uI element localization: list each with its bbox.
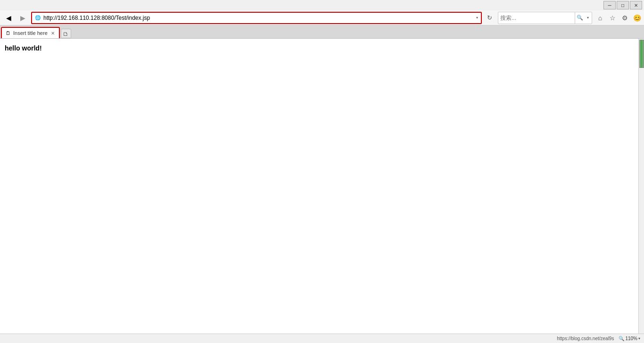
tab-favicon: 🗒 [5, 30, 11, 36]
minimize-button[interactable]: ─ [603, 1, 616, 9]
emoji-button[interactable]: 😊 [632, 13, 642, 23]
favorites-button[interactable]: ☆ [607, 13, 618, 23]
zoom-level: 110% [625, 336, 637, 341]
refresh-button[interactable]: ↻ [484, 12, 495, 24]
status-url: https://blog.csdn.net/zeal9s [557, 336, 614, 341]
search-dropdown-icon[interactable]: ▾ [584, 12, 592, 24]
window-controls: ─ □ ✕ [603, 1, 642, 9]
search-button[interactable]: 🔍 [575, 12, 584, 24]
status-bar: https://blog.csdn.net/zeal9s 🔍 110% ▾ [0, 334, 644, 343]
home-button[interactable]: ⌂ [595, 13, 605, 23]
toolbar-right-icons: ⌂ ☆ ⚙ 😊 [595, 13, 642, 23]
zoom-dropdown-icon[interactable]: ▾ [638, 336, 640, 341]
search-input[interactable] [498, 15, 575, 21]
address-bar: 🌐 ▾ [31, 12, 482, 24]
refresh-icon: ↻ [487, 14, 492, 21]
address-input[interactable] [43, 15, 473, 21]
address-favicon: 🌐 [33, 14, 42, 22]
address-dropdown-icon[interactable]: ▾ [473, 13, 481, 23]
back-button[interactable]: ◀ [2, 12, 15, 24]
back-icon: ◀ [6, 14, 11, 22]
settings-button[interactable]: ⚙ [619, 13, 630, 23]
browser-toolbar: ◀ ▶ 🌐 ▾ ↻ 🔍 ▾ ⌂ ☆ ⚙ 😊 [0, 10, 644, 25]
page-content: hello world! [0, 39, 644, 334]
tab-close-button[interactable]: ✕ [50, 30, 56, 36]
new-tab-button[interactable]: 🗅 [61, 29, 71, 38]
maximize-button[interactable]: □ [617, 1, 629, 9]
forward-button[interactable]: ▶ [16, 12, 29, 24]
forward-icon: ▶ [20, 14, 25, 22]
title-bar: ─ □ ✕ [0, 0, 644, 10]
tab-label: Insert title here [13, 30, 48, 36]
tab-bar: 🗒 Insert title here ✕ 🗅 [0, 25, 644, 39]
zoom-icon: 🔍 [619, 336, 624, 341]
page-text: hello world! [5, 44, 42, 52]
zoom-section: 🔍 110% ▾ [619, 336, 640, 341]
search-bar: 🔍 ▾ [498, 12, 592, 24]
scrollbar[interactable] [638, 39, 644, 334]
close-button[interactable]: ✕ [630, 1, 642, 9]
scrollbar-thumb[interactable] [639, 40, 644, 68]
tab-active[interactable]: 🗒 Insert title here ✕ [1, 27, 60, 38]
